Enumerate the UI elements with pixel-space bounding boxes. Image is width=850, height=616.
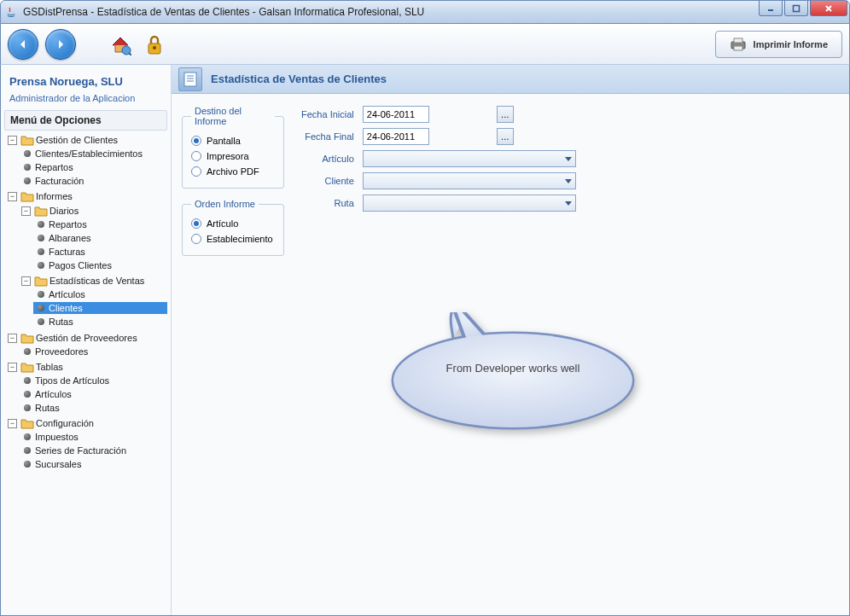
bullet-icon xyxy=(24,164,31,171)
svg-point-7 xyxy=(153,46,156,49)
svg-line-5 xyxy=(129,53,131,55)
sidebar: Prensa Noruega, SLU Administrador de la … xyxy=(1,65,172,615)
collapse-icon[interactable]: − xyxy=(8,192,17,201)
tree-leaf-tablas-articulos[interactable]: Artículos xyxy=(20,388,167,400)
radio-establecimiento[interactable]: Establecimiento xyxy=(191,231,275,247)
bullet-icon xyxy=(38,221,44,228)
tree-leaf-facturacion[interactable]: Facturación xyxy=(20,175,167,187)
collapse-icon[interactable]: − xyxy=(21,206,31,216)
bullet-icon xyxy=(38,291,44,298)
tree-leaf-ev-articulos[interactable]: Artículos xyxy=(33,288,167,300)
tree-leaf-diarios-facturas[interactable]: Facturas xyxy=(33,246,167,258)
print-report-button[interactable]: Imprimir Informe xyxy=(715,31,842,58)
toolbar: Imprimir Informe xyxy=(0,24,850,65)
lock-icon[interactable] xyxy=(141,31,168,58)
tree-leaf-proveedores[interactable]: Proveedores xyxy=(20,346,167,357)
bullet-icon xyxy=(24,377,31,384)
bullet-icon xyxy=(24,177,31,184)
fecha-final-picker-button[interactable]: … xyxy=(497,128,514,145)
tree-leaf-clientes-establecimientos[interactable]: Clientes/Establecimientos xyxy=(20,148,167,160)
folder-icon xyxy=(34,205,48,217)
tree-node-tablas[interactable]: − Tablas xyxy=(6,360,167,374)
chevron-down-icon xyxy=(565,179,572,183)
tree-leaf-ev-rutas[interactable]: Rutas xyxy=(33,316,167,328)
radio-archivo-pdf[interactable]: Archivo PDF xyxy=(191,164,275,179)
content-pane: Estadística de Ventas de Clientes Destin… xyxy=(172,65,849,615)
chevron-down-icon xyxy=(565,157,572,161)
tree-node-gestion-clientes[interactable]: − Gestión de Clientes xyxy=(6,133,167,147)
window-controls xyxy=(759,1,847,16)
printer-icon xyxy=(730,38,747,51)
tree-leaf-tablas-rutas[interactable]: Rutas xyxy=(20,402,167,414)
filters-grid: Fecha Inicial … Fecha Final … Artículo C… xyxy=(301,106,576,212)
svg-rect-11 xyxy=(184,73,196,86)
radio-icon xyxy=(191,151,201,161)
tree-leaf-series-facturacion[interactable]: Series de Facturación xyxy=(20,445,167,456)
folder-icon xyxy=(20,332,34,344)
radio-icon xyxy=(191,234,201,244)
fecha-inicial-label: Fecha Inicial xyxy=(301,109,358,119)
tree-leaf-diarios-pagos[interactable]: Pagos Clientes xyxy=(33,259,167,271)
fecha-inicial-picker-button[interactable]: … xyxy=(497,106,514,123)
tree-leaf-ev-clientes[interactable]: Clientes xyxy=(33,302,167,314)
tree-leaf-tipos-articulos[interactable]: Tipos de Artículos xyxy=(20,375,167,386)
ruta-label: Ruta xyxy=(301,198,358,208)
folder-icon xyxy=(20,190,34,202)
window-title: GSDistPrensa - Estadística de Ventas de … xyxy=(23,6,424,18)
bullet-icon xyxy=(24,348,31,355)
collapse-icon[interactable]: − xyxy=(21,276,31,286)
back-button[interactable] xyxy=(8,29,38,60)
bullet-icon xyxy=(38,248,44,255)
tree-node-gestion-proveedores[interactable]: − Gestión de Proveedores xyxy=(6,331,167,345)
collapse-icon[interactable]: − xyxy=(8,419,17,428)
tree-leaf-diarios-repartos[interactable]: Repartos xyxy=(33,218,167,230)
tree-leaf-repartos[interactable]: Repartos xyxy=(20,161,167,173)
tree-leaf-impuestos[interactable]: Impuestos xyxy=(20,431,167,443)
minimize-button[interactable] xyxy=(759,1,783,16)
tree-node-informes[interactable]: − Informes xyxy=(6,189,167,203)
tree-leaf-sucursales[interactable]: Sucursales xyxy=(20,458,167,470)
folder-icon xyxy=(20,417,34,429)
home-icon[interactable] xyxy=(107,31,134,58)
ruta-combo[interactable] xyxy=(363,195,576,212)
close-button[interactable] xyxy=(810,1,847,16)
maximize-button[interactable] xyxy=(784,1,808,16)
tree-leaf-diarios-albaranes[interactable]: Albaranes xyxy=(33,232,167,244)
collapse-icon[interactable]: − xyxy=(8,363,17,372)
forward-button[interactable] xyxy=(45,29,76,60)
radio-articulo[interactable]: Artículo xyxy=(191,216,275,231)
bullet-icon xyxy=(24,150,31,157)
radio-impresora[interactable]: Impresora xyxy=(191,148,275,164)
articulo-combo[interactable] xyxy=(363,150,576,167)
fecha-final-input[interactable] xyxy=(363,128,429,145)
radio-icon xyxy=(191,136,201,146)
company-name: Prensa Noruega, SLU xyxy=(4,72,167,91)
nav-tree: − Gestión de Clientes Clientes/Estableci… xyxy=(4,132,167,472)
svg-rect-10 xyxy=(734,46,742,50)
chevron-down-icon xyxy=(565,201,572,206)
folder-icon xyxy=(20,361,34,373)
radio-pantalla[interactable]: Pantalla xyxy=(191,133,275,148)
window-titlebar: GSDistPrensa - Estadística de Ventas de … xyxy=(0,0,850,24)
svg-point-16 xyxy=(393,334,632,427)
radio-icon xyxy=(191,166,201,177)
folder-icon xyxy=(20,134,34,146)
user-role: Administrador de la Aplicacion xyxy=(4,91,167,110)
tree-node-diarios[interactable]: − Diarios xyxy=(20,204,167,218)
fecha-inicial-input[interactable] xyxy=(363,106,429,123)
articulo-label: Artículo xyxy=(301,154,358,164)
folder-icon xyxy=(34,275,48,287)
destino-legend: Destino del Informe xyxy=(191,106,275,126)
tree-node-estadisticas-ventas[interactable]: − Estadísticas de Ventas xyxy=(20,274,167,288)
collapse-icon[interactable]: − xyxy=(8,136,17,145)
cliente-combo[interactable] xyxy=(363,172,576,189)
svg-rect-9 xyxy=(734,38,742,43)
collapse-icon[interactable]: − xyxy=(8,334,17,343)
bullet-icon xyxy=(24,447,31,454)
bullet-icon xyxy=(38,305,44,311)
cliente-label: Cliente xyxy=(301,176,358,186)
tree-node-configuracion[interactable]: − Configuración xyxy=(6,416,167,430)
content-header: Estadística de Ventas de Clientes xyxy=(172,65,849,94)
bullet-icon xyxy=(24,391,31,398)
svg-rect-1 xyxy=(794,5,800,11)
